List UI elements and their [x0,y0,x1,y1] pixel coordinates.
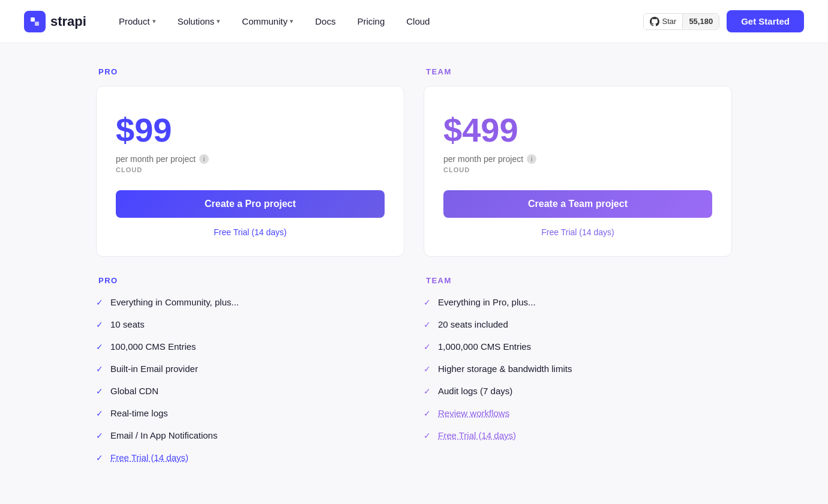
team-price: $499 [443,110,712,149]
check-icon: ✓ [424,386,431,396]
nav-pricing[interactable]: Pricing [349,11,393,31]
team-plan-label: TEAM [424,67,732,76]
logo[interactable]: strapi [24,11,86,32]
team-feature-4: ✓ Higher storage & bandwidth limits [424,364,732,374]
pro-plan-label: PRO [96,67,404,76]
github-star-button[interactable]: Star 55,180 [643,13,720,30]
chevron-down-icon: ▾ [217,17,220,25]
pro-feature-4: ✓ Built-in Email provider [96,364,404,374]
check-icon: ✓ [424,342,431,352]
team-plan-column: TEAM $499 per month per project i CLOUD … [424,67,732,475]
pro-features-section: PRO ✓ Everything in Community, plus... ✓… [96,271,404,463]
team-trial-link[interactable]: Free Trial (14 days) [443,227,712,237]
team-feature-2: ✓ 20 seats included [424,319,732,329]
nav-solutions[interactable]: Solutions ▾ [169,11,229,31]
pro-features-label: PRO [96,276,404,285]
team-feature-5: ✓ Audit logs (7 days) [424,386,732,396]
logo-text: strapi [50,14,86,29]
pro-feature-8: ✓ Free Trial (14 days) [96,452,404,463]
pro-feature-5: ✓ Global CDN [96,386,404,396]
pro-plan-card: $99 per month per project i CLOUD Create… [96,86,404,257]
team-feature-1: ✓ Everything in Pro, plus... [424,297,732,307]
pro-period: per month per project i [116,154,385,164]
check-icon: ✓ [96,364,103,374]
chevron-down-icon: ▾ [152,17,156,25]
svg-rect-0 [31,17,35,22]
team-plan-card: $499 per month per project i CLOUD Creat… [424,86,732,257]
pro-price: $99 [116,110,385,149]
team-period: per month per project i [443,154,712,164]
get-started-button[interactable]: Get Started [727,10,804,32]
main-nav: strapi Product ▾ Solutions ▾ Community ▾… [0,0,828,43]
pricing-grid: PRO $99 per month per project i CLOUD Cr… [96,67,732,475]
pro-feature-1: ✓ Everything in Community, plus... [96,297,404,307]
team-cta-button[interactable]: Create a Team project [443,190,712,218]
team-features-label: TEAM [424,276,732,285]
team-badge: CLOUD [443,166,712,173]
pro-feature-2: ✓ 10 seats [96,319,404,329]
pro-cta-button[interactable]: Create a Pro project [116,190,385,218]
check-icon: ✓ [424,298,431,307]
github-icon [650,17,659,26]
check-icon: ✓ [96,342,103,352]
main-content: PRO $99 per month per project i CLOUD Cr… [84,43,744,504]
pro-plan-column: PRO $99 per month per project i CLOUD Cr… [96,67,404,475]
pro-trial-link[interactable]: Free Trial (14 days) [116,227,385,237]
nav-links: Product ▾ Solutions ▾ Community ▾ Docs P… [110,11,643,31]
check-icon: ✓ [424,409,431,418]
info-icon: i [199,154,209,164]
review-workflows-link[interactable]: Review workflows [438,408,509,418]
team-trial-feature-link[interactable]: Free Trial (14 days) [438,430,516,440]
check-icon: ✓ [424,364,431,374]
pro-trial-feature-link[interactable]: Free Trial (14 days) [110,452,188,463]
info-icon: i [527,154,536,164]
pro-feature-7: ✓ Email / In App Notifications [96,430,404,440]
team-feature-3: ✓ 1,000,000 CMS Entries [424,341,732,352]
logo-icon [24,11,46,32]
check-icon: ✓ [424,320,431,329]
team-feature-6: ✓ Review workflows [424,408,732,418]
check-icon: ✓ [96,453,103,463]
check-icon: ✓ [424,431,431,440]
check-icon: ✓ [96,409,103,418]
check-icon: ✓ [96,386,103,396]
check-icon: ✓ [96,298,103,307]
team-features-section: TEAM ✓ Everything in Pro, plus... ✓ 20 s… [424,271,732,440]
chevron-down-icon: ▾ [290,17,293,25]
nav-product[interactable]: Product ▾ [110,11,164,31]
nav-cloud[interactable]: Cloud [398,11,438,31]
nav-community[interactable]: Community ▾ [233,11,302,31]
pro-feature-3: ✓ 100,000 CMS Entries [96,341,404,352]
check-icon: ✓ [96,431,103,440]
nav-docs[interactable]: Docs [307,11,344,31]
pro-feature-6: ✓ Real-time logs [96,408,404,418]
check-icon: ✓ [96,320,103,329]
team-feature-7: ✓ Free Trial (14 days) [424,430,732,440]
pro-badge: CLOUD [116,166,385,173]
svg-rect-1 [35,22,39,26]
nav-right: Star 55,180 Get Started [643,10,804,32]
